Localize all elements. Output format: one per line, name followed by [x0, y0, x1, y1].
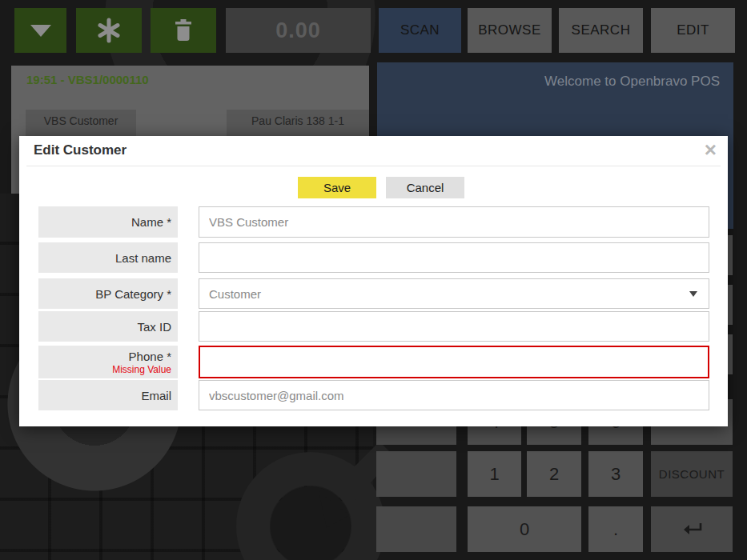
taxid-field[interactable]: [199, 311, 709, 342]
bp-category-select[interactable]: Customer: [199, 278, 709, 309]
tab-browse[interactable]: BROWSE: [468, 8, 552, 53]
tab-edit[interactable]: EDIT: [651, 8, 735, 53]
keypad-key-2[interactable]: 2: [527, 451, 581, 497]
phone-field[interactable]: [199, 346, 709, 378]
taxid-label: Tax ID: [137, 320, 171, 334]
bp-category-value: Customer: [209, 287, 261, 301]
name-label: Name *: [131, 215, 171, 229]
form-row-lastname: Last name: [38, 242, 690, 273]
save-button[interactable]: Save: [298, 177, 376, 198]
divider: [26, 166, 721, 166]
form-row-taxid: Tax ID: [38, 311, 690, 342]
amount-display: 0.00: [226, 8, 371, 53]
chevron-down-icon: [689, 291, 697, 297]
form-row-category: BP Category * Customer: [38, 278, 690, 309]
keypad-blank[interactable]: [376, 506, 456, 552]
dialog-title: Edit Customer: [34, 142, 127, 158]
tab-search[interactable]: SEARCH: [559, 8, 643, 53]
edit-customer-dialog: Edit Customer × Save Cancel Name * Last …: [19, 136, 728, 426]
phone-label: Phone *: [129, 350, 171, 363]
category-label: BP Category *: [95, 287, 171, 301]
email-field[interactable]: [199, 380, 709, 410]
form-row-phone: Phone * Missing Value: [38, 346, 690, 378]
chevron-down-icon: [30, 25, 51, 37]
delete-receipt-button[interactable]: [151, 8, 216, 53]
name-field[interactable]: [199, 206, 709, 238]
enter-button[interactable]: [651, 506, 733, 552]
receipt-header: 19:51 - VBS1/0000110: [26, 73, 149, 86]
close-icon[interactable]: ×: [705, 138, 717, 162]
phone-error-text: Missing Value: [112, 364, 171, 375]
discount-button[interactable]: DISCOUNT: [651, 451, 733, 497]
keypad-blank[interactable]: [376, 451, 456, 497]
cancel-button[interactable]: Cancel: [386, 177, 464, 198]
asterisk-icon: [95, 17, 122, 44]
email-label: Email: [141, 389, 171, 402]
keypad-key-dot[interactable]: .: [588, 506, 643, 552]
menu-dropdown-button[interactable]: [14, 8, 66, 53]
lastname-label: Last name: [115, 251, 171, 265]
trash-icon: [172, 18, 195, 42]
keypad-key-3[interactable]: 3: [588, 451, 643, 497]
keypad-key-0[interactable]: 0: [468, 506, 581, 552]
form-row-name: Name *: [38, 206, 690, 238]
form-row-email: Email: [38, 380, 690, 410]
welcome-message: Welcome to Openbravo POS: [544, 74, 720, 89]
tab-scan[interactable]: SCAN: [379, 8, 461, 53]
lastname-field[interactable]: [199, 242, 709, 273]
keypad-key-1[interactable]: 1: [468, 451, 521, 497]
enter-return-icon: [680, 521, 704, 538]
new-receipt-button[interactable]: [76, 8, 142, 53]
